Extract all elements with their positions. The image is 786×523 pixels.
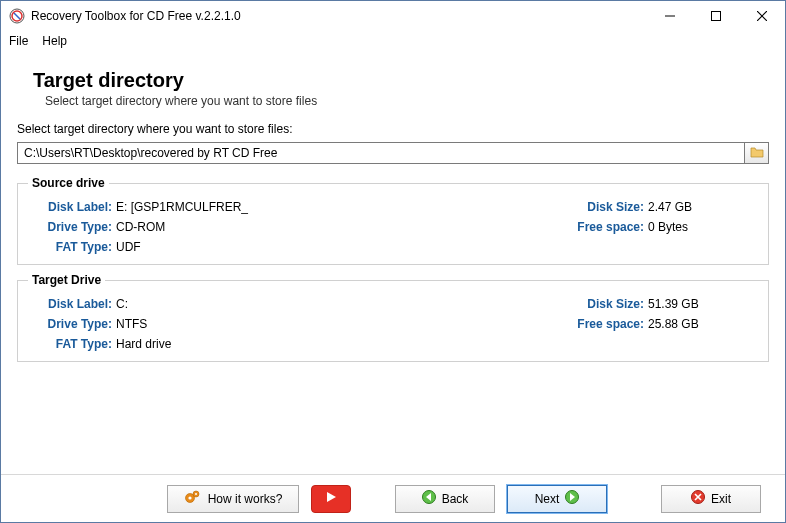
- source-disk-size-v: 2.47 GB: [648, 200, 758, 214]
- next-label: Next: [535, 492, 560, 506]
- page-heading: Target directory: [33, 69, 769, 92]
- source-drive-type-v: CD-ROM: [116, 220, 558, 234]
- close-icon: [691, 490, 705, 507]
- target-free-space-k: Free space:: [558, 317, 648, 331]
- menu-help[interactable]: Help: [42, 34, 67, 48]
- titlebar: Recovery Toolbox for CD Free v.2.2.1.0: [1, 1, 785, 31]
- source-legend: Source drive: [28, 176, 109, 190]
- window-title: Recovery Toolbox for CD Free v.2.2.1.0: [31, 9, 241, 23]
- arrow-left-icon: [422, 490, 436, 507]
- target-fat-type-k: FAT Type:: [34, 337, 116, 351]
- folder-icon: [750, 146, 764, 161]
- content-area: Target directory Select target directory…: [1, 51, 785, 362]
- page-subheading: Select target directory where you want t…: [45, 94, 769, 108]
- window-controls: [647, 1, 785, 31]
- target-disk-size-v: 51.39 GB: [648, 297, 758, 311]
- source-fat-type-k: FAT Type:: [34, 240, 116, 254]
- source-free-space-v: 0 Bytes: [648, 220, 758, 234]
- how-it-works-button[interactable]: How it works?: [167, 485, 299, 513]
- back-button[interactable]: Back: [395, 485, 495, 513]
- target-legend: Target Drive: [28, 273, 105, 287]
- exit-label: Exit: [711, 492, 731, 506]
- target-drive-type-v: NTFS: [116, 317, 558, 331]
- target-path-input[interactable]: [17, 142, 745, 164]
- svg-point-9: [195, 493, 197, 495]
- browse-button[interactable]: [745, 142, 769, 164]
- target-fat-type-v: Hard drive: [116, 337, 558, 351]
- gear-icon: [184, 489, 202, 508]
- maximize-button[interactable]: [693, 1, 739, 31]
- play-icon: [325, 491, 337, 506]
- source-drive-type-k: Drive Type:: [34, 220, 116, 234]
- youtube-button[interactable]: [311, 485, 351, 513]
- footer: How it works? Back Next Exit: [1, 474, 785, 522]
- target-free-space-v: 25.88 GB: [648, 317, 758, 331]
- target-disk-label-k: Disk Label:: [34, 297, 116, 311]
- target-drive-group: Target Drive Disk Label: C: Disk Size: 5…: [17, 273, 769, 362]
- minimize-button[interactable]: [647, 1, 693, 31]
- path-row: [17, 142, 769, 164]
- source-disk-size-k: Disk Size:: [558, 200, 648, 214]
- target-disk-label-v: C:: [116, 297, 558, 311]
- source-disk-label-k: Disk Label:: [34, 200, 116, 214]
- menu-file[interactable]: File: [9, 34, 28, 48]
- exit-button[interactable]: Exit: [661, 485, 761, 513]
- path-prompt: Select target directory where you want t…: [17, 122, 769, 136]
- source-fat-type-v: UDF: [116, 240, 558, 254]
- svg-point-8: [188, 496, 191, 499]
- close-button[interactable]: [739, 1, 785, 31]
- menubar: File Help: [1, 31, 785, 51]
- source-disk-label-v: E: [GSP1RMCULFRER_: [116, 200, 558, 214]
- target-disk-size-k: Disk Size:: [558, 297, 648, 311]
- source-drive-group: Source drive Disk Label: E: [GSP1RMCULFR…: [17, 176, 769, 265]
- next-button[interactable]: Next: [507, 485, 607, 513]
- svg-marker-10: [327, 492, 336, 502]
- source-free-space-k: Free space:: [558, 220, 648, 234]
- how-it-works-label: How it works?: [208, 492, 283, 506]
- back-label: Back: [442, 492, 469, 506]
- arrow-right-icon: [565, 490, 579, 507]
- target-drive-type-k: Drive Type:: [34, 317, 116, 331]
- app-icon: [9, 8, 25, 24]
- svg-rect-3: [712, 12, 721, 21]
